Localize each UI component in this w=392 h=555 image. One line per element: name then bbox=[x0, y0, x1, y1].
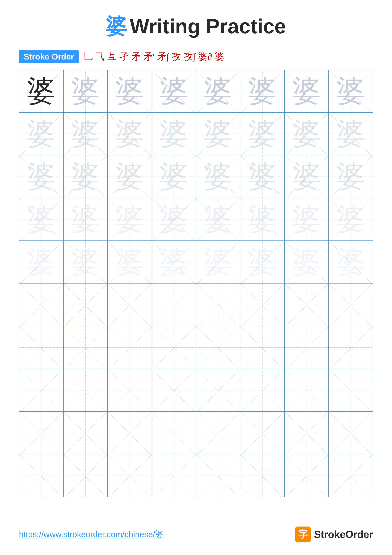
svg-line-111 bbox=[329, 326, 373, 369]
svg-line-71 bbox=[152, 241, 196, 283]
grid-cell-empty[interactable] bbox=[107, 454, 152, 497]
grid-cell-empty[interactable] bbox=[64, 283, 108, 326]
grid-cell-empty[interactable] bbox=[240, 283, 285, 326]
grid-cell[interactable]: 婆 bbox=[328, 155, 373, 198]
svg-line-34 bbox=[64, 155, 107, 198]
grid-cell[interactable]: 婆 bbox=[64, 198, 108, 241]
grid-cell[interactable]: 婆 bbox=[19, 198, 64, 241]
grid-cell[interactable]: 婆 bbox=[107, 112, 152, 155]
grid-cell[interactable]: 婆 bbox=[152, 155, 196, 198]
grid-cell[interactable]: 婆 bbox=[285, 112, 329, 155]
grid-cell[interactable]: 婆 bbox=[240, 198, 285, 241]
grid-cell-empty[interactable] bbox=[107, 369, 152, 411]
svg-line-28 bbox=[285, 113, 328, 155]
grid-cell-empty[interactable] bbox=[64, 411, 108, 454]
grid-cell-empty[interactable] bbox=[240, 454, 285, 497]
svg-line-139 bbox=[240, 412, 284, 454]
grid-cell[interactable]: 婆 bbox=[64, 155, 108, 198]
grid-cell[interactable]: 婆 bbox=[240, 241, 285, 283]
grid-cell-empty[interactable] bbox=[328, 283, 373, 326]
svg-line-85 bbox=[108, 284, 152, 326]
grid-cell-empty[interactable] bbox=[285, 283, 329, 326]
grid-cell[interactable]: 婆 bbox=[64, 112, 108, 155]
svg-line-29 bbox=[285, 113, 328, 155]
svg-line-135 bbox=[152, 412, 196, 454]
svg-line-17 bbox=[19, 113, 63, 155]
grid-cell-empty[interactable] bbox=[19, 454, 64, 497]
grid-cell-empty[interactable] bbox=[196, 454, 240, 497]
svg-line-86 bbox=[152, 284, 196, 326]
grid-cell[interactable]: 婆 bbox=[328, 112, 373, 155]
grid-cell[interactable]: 婆 bbox=[107, 155, 152, 198]
grid-cell[interactable]: 婆 bbox=[196, 112, 240, 155]
grid-cell[interactable]: 婆 bbox=[196, 241, 240, 283]
grid-cell[interactable]: 婆 bbox=[64, 241, 108, 283]
grid-cell-empty[interactable] bbox=[107, 326, 152, 369]
grid-cell-empty[interactable] bbox=[285, 454, 329, 497]
svg-line-4 bbox=[108, 70, 152, 112]
grid-cell-empty[interactable] bbox=[19, 283, 64, 326]
footer-url-link[interactable]: https://www.strokeorder.com/chinese/婆 bbox=[19, 529, 163, 540]
svg-line-66 bbox=[64, 241, 107, 283]
grid-cell[interactable]: 婆 bbox=[285, 198, 329, 241]
grid-cell-empty[interactable] bbox=[285, 326, 329, 369]
grid-cell-empty[interactable] bbox=[152, 326, 196, 369]
grid-cell[interactable]: 婆 bbox=[107, 241, 152, 283]
grid-cell-empty[interactable] bbox=[19, 326, 64, 369]
grid-cell[interactable]: 婆 bbox=[196, 198, 240, 241]
grid-cell[interactable]: 婆 bbox=[64, 70, 108, 112]
grid-cell[interactable]: 婆 bbox=[107, 198, 152, 241]
grid-cell-empty[interactable] bbox=[240, 369, 285, 411]
grid-cell-empty[interactable] bbox=[64, 326, 108, 369]
grid-cell[interactable]: 婆 bbox=[328, 198, 373, 241]
grid-cell[interactable]: 婆 bbox=[152, 70, 196, 112]
svg-line-129 bbox=[19, 412, 63, 454]
svg-line-9 bbox=[196, 70, 240, 112]
svg-line-159 bbox=[329, 454, 373, 497]
grid-cell[interactable]: 婆 bbox=[196, 155, 240, 198]
grid-cell[interactable]: 婆 bbox=[328, 241, 373, 283]
grid-cell[interactable]: 婆 bbox=[328, 70, 373, 112]
grid-cell[interactable]: 婆 bbox=[19, 70, 64, 112]
grid-cell[interactable]: 婆 bbox=[19, 241, 64, 283]
grid-cell[interactable]: 婆 bbox=[240, 155, 285, 198]
grid-cell-empty[interactable] bbox=[19, 369, 64, 411]
grid-cell[interactable]: 婆 bbox=[19, 112, 64, 155]
grid-cell-empty[interactable] bbox=[328, 454, 373, 497]
grid-cell-empty[interactable] bbox=[285, 369, 329, 411]
grid-cell[interactable]: 婆 bbox=[152, 112, 196, 155]
grid-cell-empty[interactable] bbox=[328, 326, 373, 369]
grid-cell-empty[interactable] bbox=[285, 411, 329, 454]
grid-cell[interactable]: 婆 bbox=[196, 70, 240, 112]
grid-cell[interactable]: 婆 bbox=[152, 241, 196, 283]
grid-cell[interactable]: 婆 bbox=[285, 70, 329, 112]
grid-cell[interactable]: 婆 bbox=[107, 70, 152, 112]
grid-cell-empty[interactable] bbox=[152, 411, 196, 454]
grid-cell-empty[interactable] bbox=[107, 411, 152, 454]
grid-cell-empty[interactable] bbox=[328, 411, 373, 454]
grid-cell[interactable]: 婆 bbox=[19, 155, 64, 198]
grid-cell[interactable]: 婆 bbox=[240, 70, 285, 112]
grid-cell[interactable]: 婆 bbox=[285, 155, 329, 198]
grid-cell[interactable]: 婆 bbox=[240, 112, 285, 155]
grid-cell-empty[interactable] bbox=[64, 454, 108, 497]
grid-cell-empty[interactable] bbox=[64, 369, 108, 411]
grid-cell-empty[interactable] bbox=[240, 411, 285, 454]
grid-cell-empty[interactable] bbox=[196, 369, 240, 411]
grid-cell[interactable]: 婆 bbox=[152, 198, 196, 241]
grid-cell-empty[interactable] bbox=[196, 283, 240, 326]
grid-cell-empty[interactable] bbox=[107, 283, 152, 326]
svg-line-153 bbox=[196, 454, 240, 497]
grid-cell-empty[interactable] bbox=[196, 326, 240, 369]
svg-line-19 bbox=[64, 113, 107, 155]
grid-cell-empty[interactable] bbox=[328, 369, 373, 411]
grid-cell-empty[interactable] bbox=[196, 411, 240, 454]
svg-line-31 bbox=[329, 113, 373, 155]
grid-cell-empty[interactable] bbox=[152, 369, 196, 411]
grid-cell-empty[interactable] bbox=[240, 326, 285, 369]
svg-line-150 bbox=[152, 454, 196, 497]
grid-cell[interactable]: 婆 bbox=[285, 241, 329, 283]
grid-cell-empty[interactable] bbox=[19, 411, 64, 454]
grid-cell-empty[interactable] bbox=[152, 454, 196, 497]
grid-cell-empty[interactable] bbox=[152, 283, 196, 326]
